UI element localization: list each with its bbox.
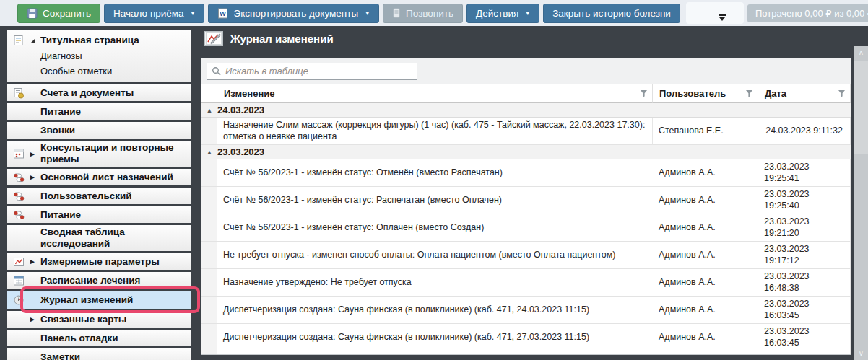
- collapsed-triangle-icon[interactable]: ▸: [30, 315, 40, 324]
- date-cell[interactable]: 23.03.2023 16:03:45: [758, 297, 851, 324]
- change-cell[interactable]: Диспетчеризация создана: Сауна финская (…: [217, 297, 653, 324]
- collapsed-triangle-icon[interactable]: ▸: [30, 257, 40, 266]
- change-cell[interactable]: Диспетчеризация создана: Сауна финская (…: [217, 351, 653, 355]
- toolbar-overflow-strip: [686, 2, 744, 24]
- spent-amount-badge: Потрачено 0,00 ₽ из 0,00 ₽: [747, 4, 868, 22]
- sidebar-item-studies-summary-table[interactable]: Сводная таблица исследований: [7, 225, 191, 251]
- collapse-triangle-icon[interactable]: ▲: [201, 149, 217, 156]
- user-cell[interactable]: Админов А.А.: [653, 297, 758, 324]
- pills-icon: [13, 190, 30, 202]
- save-label: Сохранить: [43, 8, 91, 19]
- sidebar-item-treatment-schedule[interactable]: Расписание лечения: [7, 272, 191, 289]
- change-cell[interactable]: Назначение Слим массаж (коррекция фигуры…: [217, 118, 653, 145]
- collapsed-triangle-icon[interactable]: ▸: [30, 149, 40, 159]
- row-gutter: [201, 269, 217, 297]
- row-gutter: [201, 187, 217, 214]
- change-cell[interactable]: Диспетчеризация создана: Сауна финская (…: [217, 324, 653, 351]
- sidebar-item-special-marks[interactable]: Особые отметки: [13, 63, 188, 79]
- search-input[interactable]: [225, 66, 412, 76]
- date-cell[interactable]: 23.03.2023 16:03:45: [758, 351, 851, 355]
- collapse-triangle-icon[interactable]: ▲: [201, 107, 217, 114]
- changes-table: Изменение Пользователь Дата ▲24.03.2023Н…: [201, 84, 851, 355]
- save-button[interactable]: Сохранить: [17, 4, 100, 23]
- sidebar-item-nutrition[interactable]: Питание: [7, 103, 191, 120]
- sidebar-item-notes[interactable]: Заметки: [7, 348, 191, 360]
- date-cell[interactable]: 23.03.2023 19:17:12: [758, 242, 851, 269]
- page-title-bar: Журнал изменений: [204, 31, 334, 46]
- clock-icon: [13, 294, 30, 306]
- change-cell[interactable]: Назначение утверждено: Не требует отпуск…: [217, 269, 653, 297]
- date-cell[interactable]: 23.03.2023 19:21:20: [758, 214, 851, 242]
- column-header-user[interactable]: Пользователь: [653, 84, 758, 103]
- actions-button[interactable]: Действия ▼: [466, 4, 539, 23]
- search-icon: [212, 66, 221, 76]
- group-date: 23.03.2023: [217, 146, 264, 157]
- pills-icon: [13, 172, 30, 183]
- row-gutter: [201, 324, 217, 351]
- user-cell[interactable]: Админов А.А.: [653, 214, 758, 242]
- start-appointment-button[interactable]: Начало приёма ▼: [104, 4, 204, 23]
- sidebar-item-invoices-documents[interactable]: Счета и документы: [7, 84, 191, 101]
- column-header-change[interactable]: Изменение: [217, 84, 653, 103]
- group-row[interactable]: ▲23.03.2023: [201, 145, 851, 159]
- sidebar-item-linked-cards[interactable]: ▸Связанные карты: [7, 311, 191, 328]
- change-log-title-icon: [204, 31, 223, 46]
- user-cell[interactable]: Админов А.А.: [653, 269, 758, 297]
- collapsed-triangle-icon[interactable]: ▸: [30, 172, 40, 182]
- date-cell[interactable]: 23.03.2023 19:25:41: [758, 159, 851, 187]
- chevron-down-icon: ▼: [365, 11, 370, 16]
- group-row[interactable]: ▲24.03.2023: [201, 103, 851, 118]
- filter-icon[interactable]: [640, 89, 648, 97]
- expanded-triangle-icon[interactable]: [30, 38, 40, 43]
- date-cell[interactable]: 23.03.2023 16:03:45: [758, 324, 851, 351]
- user-cell[interactable]: Админов А.А.: [653, 242, 758, 269]
- sidebar-item-calls[interactable]: Звонки: [7, 122, 191, 139]
- group-date: 24.03.2023: [217, 105, 264, 115]
- user-cell[interactable]: Админов А.А.: [653, 324, 758, 351]
- sidebar-item-main-prescription-list[interactable]: ▸Основной лист назначений: [7, 169, 191, 185]
- user-cell[interactable]: Админов А.А.: [653, 159, 758, 187]
- scrollbar-thumb[interactable]: [854, 61, 868, 154]
- pills-icon: [13, 209, 30, 221]
- filter-icon[interactable]: [745, 89, 753, 97]
- export-documents-button[interactable]: W Экспортировать документы ▼: [208, 4, 379, 23]
- date-cell[interactable]: 23.03.2023 19:25:40: [758, 187, 851, 214]
- filter-icon[interactable]: [838, 89, 846, 97]
- actions-label: Действия: [476, 8, 518, 19]
- scroll-up-icon[interactable]: ∧: [854, 46, 868, 59]
- chart-icon: [13, 256, 30, 268]
- toolbar-overflow-icon[interactable]: [719, 14, 726, 21]
- close-history-button[interactable]: Закрыть историю болезни: [543, 4, 680, 23]
- row-gutter: [201, 214, 217, 242]
- sidebar-item-custom-list[interactable]: Пользовательский: [7, 188, 191, 204]
- change-cell[interactable]: Не требует отпуска - изменен способ опла…: [217, 242, 653, 269]
- date-cell[interactable]: 24.03.2023 9:11:32: [758, 118, 851, 145]
- row-gutter: [201, 159, 217, 187]
- sidebar-item-nutrition-list[interactable]: Питание: [7, 206, 191, 223]
- chevron-down-icon: ▼: [191, 11, 196, 16]
- change-cell[interactable]: Счёт № 56/2023-1 - изменён статус: Распе…: [217, 187, 653, 214]
- calendar-blue-icon: [13, 275, 30, 286]
- vertical-scrollbar[interactable]: ∧ ∨: [854, 46, 868, 360]
- table-header-gutter: [201, 84, 217, 103]
- sidebar-item-title-page[interactable]: Титульная страница: [13, 32, 188, 48]
- date-cell[interactable]: 23.03.2023 16:48:38: [758, 269, 851, 297]
- row-gutter: [201, 297, 217, 324]
- close-history-label: Закрыть историю болезни: [552, 8, 671, 19]
- user-cell[interactable]: Админов А.А.: [653, 187, 758, 214]
- change-cell[interactable]: Счёт № 56/2023-1 - изменён статус: Оплач…: [217, 214, 653, 242]
- scroll-down-icon[interactable]: ∨: [854, 347, 868, 360]
- sidebar-item-consultations-repeat-visits[interactable]: ▸Консультации и повторные приемы: [7, 141, 191, 167]
- export-documents-label: Экспортировать документы: [233, 8, 358, 19]
- chevron-down-icon: ▼: [525, 11, 530, 16]
- row-gutter: [201, 242, 217, 269]
- change-cell[interactable]: Счёт № 56/2023-1 - изменён статус: Отмен…: [217, 159, 653, 187]
- sidebar-item-diagnoses[interactable]: Диагнозы: [13, 48, 188, 63]
- app: { "toolbar": { "save": "Сохранить", "sta…: [0, 0, 868, 360]
- sidebar-item-debug-panel[interactable]: Панель отладки: [7, 330, 191, 346]
- sidebar-item-measured-parameters[interactable]: ▸Измеряемые параметры: [7, 253, 191, 270]
- user-cell[interactable]: Степанова Е.Е.: [653, 118, 758, 145]
- column-header-date[interactable]: Дата: [758, 84, 851, 103]
- sidebar-item-change-log[interactable]: Журнал изменений: [7, 291, 191, 309]
- user-cell[interactable]: Админов А.А.: [653, 351, 758, 355]
